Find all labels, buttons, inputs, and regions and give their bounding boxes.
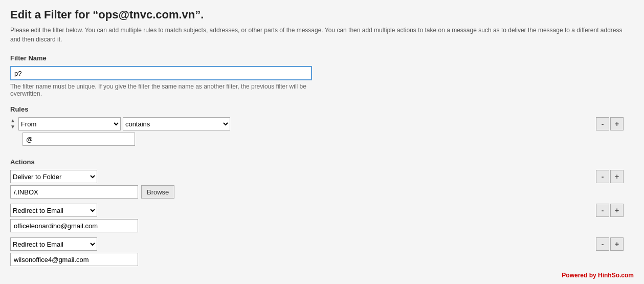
action2-email-input[interactable] [10,219,138,232]
filter-name-hint: The filter name must be unique. If you g… [10,83,312,97]
action3-minus-button[interactable]: - [596,237,609,251]
action3-email-input[interactable] [10,253,138,266]
rule-plus-button[interactable]: + [610,117,624,130]
page-title: Edit a Filter for “ops@tnvc.com.vn”. [10,8,634,21]
rule-value-input[interactable] [23,133,135,146]
action1-plus-button[interactable]: + [610,170,624,183]
rule-up-btn[interactable]: ▲ [10,118,15,124]
action1-folder-input[interactable] [10,185,138,199]
action1-select[interactable]: Deliver to Folder Redirect to Email Disc… [10,170,97,183]
rule-condition-select[interactable]: contains does not contain is is not begi… [123,117,230,130]
filter-name-input[interactable] [10,66,312,80]
action2-select[interactable]: Deliver to Folder Redirect to Email Disc… [10,204,97,217]
action2-minus-button[interactable]: - [596,204,609,217]
actions-label: Actions [10,158,634,166]
action1-minus-button[interactable]: - [596,170,609,183]
action2-plus-button[interactable]: + [610,204,624,217]
rule-down-btn[interactable]: ▼ [10,124,15,130]
powered-by: Powered by HinhSo.com [562,272,634,279]
browse-button[interactable]: Browse [141,185,174,199]
filter-name-label: Filter Name [10,54,634,62]
rule-reorder-btns[interactable]: ▲ ▼ [10,118,15,130]
rule-minus-button[interactable]: - [596,117,609,130]
rules-label: Rules [10,105,634,113]
page-description: Please edit the filter below. You can ad… [10,26,624,44]
action3-select[interactable]: Deliver to Folder Redirect to Email Disc… [10,237,97,251]
rule-from-select[interactable]: From To CC Subject Body [18,117,121,130]
action3-plus-button[interactable]: + [610,237,624,251]
